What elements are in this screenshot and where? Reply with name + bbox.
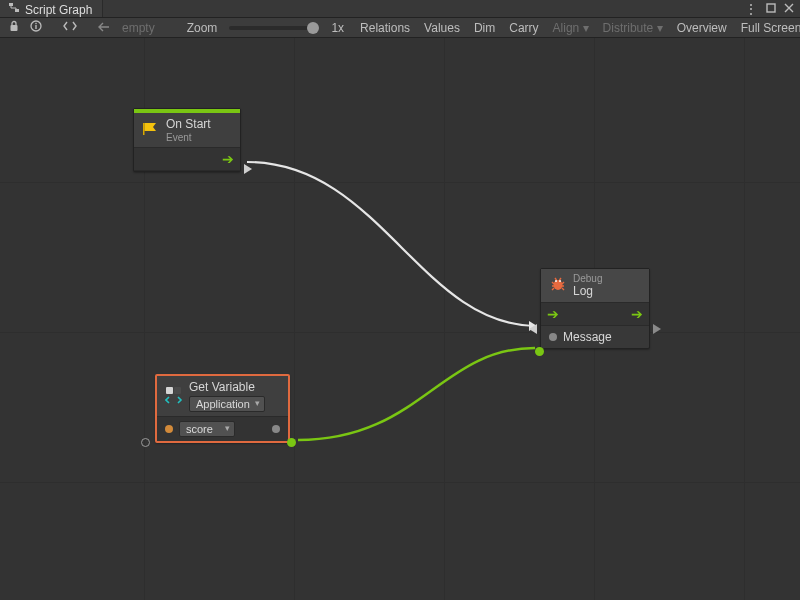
value-in-port-message[interactable] (535, 347, 544, 356)
svg-rect-3 (11, 25, 18, 31)
node-header: Debug Log (541, 269, 649, 303)
zoom-slider[interactable] (229, 26, 319, 30)
toolbar-values[interactable]: Values (418, 21, 466, 35)
variable-name-dropdown[interactable]: score (179, 421, 235, 437)
svg-rect-6 (35, 23, 36, 24)
svg-point-9 (554, 280, 563, 290)
titlebar: Script Graph ⋮ (0, 0, 800, 18)
node-flow-row: ➔ ➔ (541, 303, 649, 326)
flow-out-arrow-icon: ➔ (222, 152, 234, 166)
variable-scope-dropdown[interactable]: Application (189, 396, 265, 412)
toolbar-relations[interactable]: Relations (354, 21, 416, 35)
code-icon[interactable] (58, 20, 82, 35)
variable-icon (165, 386, 183, 407)
node-title: Log (573, 284, 593, 298)
node-on-start[interactable]: On Start Event ➔ (133, 108, 241, 172)
toolbar: empty Zoom 1x Relations Values Dim Carry… (0, 18, 800, 38)
info-icon[interactable] (26, 20, 46, 35)
value-in-port[interactable] (141, 438, 150, 447)
toolbar-overview[interactable]: Overview (671, 21, 733, 35)
bug-icon (549, 276, 567, 295)
svg-rect-13 (174, 387, 181, 394)
node-debug-log[interactable]: Debug Log ➔ ➔ Message (540, 268, 650, 349)
breadcrumb-empty: empty (116, 21, 161, 35)
port-label-message: Message (563, 330, 612, 344)
node-get-variable[interactable]: Get Variable Application score (155, 374, 290, 443)
tab-title: Script Graph (25, 3, 92, 17)
zoom-slider-knob[interactable] (307, 22, 319, 34)
svg-rect-8 (143, 123, 145, 135)
flow-in-port[interactable] (529, 324, 537, 334)
node-value-row: score (157, 417, 288, 441)
node-subtitle: Event (166, 132, 211, 143)
svg-rect-0 (9, 3, 13, 6)
node-title: On Start (166, 117, 211, 131)
context-menu-icon[interactable]: ⋮ (744, 2, 758, 16)
svg-rect-2 (767, 4, 775, 12)
flow-out-port[interactable] (653, 324, 661, 334)
node-category: Debug (573, 273, 602, 284)
toolbar-align[interactable]: Align ▾ (547, 21, 595, 35)
svg-rect-12 (166, 387, 173, 394)
maximize-icon[interactable] (766, 2, 776, 16)
close-icon[interactable] (784, 2, 794, 16)
lock-icon[interactable] (4, 20, 24, 35)
value-out-port[interactable] (287, 438, 296, 447)
flag-icon (142, 122, 160, 139)
node-header: On Start Event (134, 113, 240, 148)
zoom-label: Zoom (181, 21, 224, 35)
node-input-row: Message (541, 326, 649, 348)
toolbar-dim[interactable]: Dim (468, 21, 501, 35)
value-out-port-icon (272, 425, 280, 433)
node-title: Get Variable (189, 380, 265, 394)
graph-canvas[interactable]: On Start Event ➔ Debug Log (0, 38, 800, 600)
value-in-port-icon (165, 425, 173, 433)
value-in-port-icon (549, 333, 557, 341)
node-flow-row: ➔ (134, 148, 240, 171)
graph-icon (8, 2, 20, 17)
toolbar-distribute[interactable]: Distribute ▾ (597, 21, 669, 35)
connection-wires (0, 38, 800, 600)
arrow-left-icon[interactable] (94, 21, 114, 35)
flow-out-arrow-icon: ➔ (631, 307, 643, 321)
toolbar-carry[interactable]: Carry (503, 21, 544, 35)
zoom-value: 1x (325, 21, 350, 35)
node-header: Get Variable Application (157, 376, 288, 417)
flow-in-arrow-icon: ➔ (547, 307, 559, 321)
svg-rect-1 (15, 9, 19, 12)
flow-out-port[interactable] (244, 164, 252, 174)
toolbar-fullscreen[interactable]: Full Screen (735, 21, 800, 35)
svg-rect-5 (35, 25, 36, 29)
tab-script-graph[interactable]: Script Graph (0, 0, 103, 17)
